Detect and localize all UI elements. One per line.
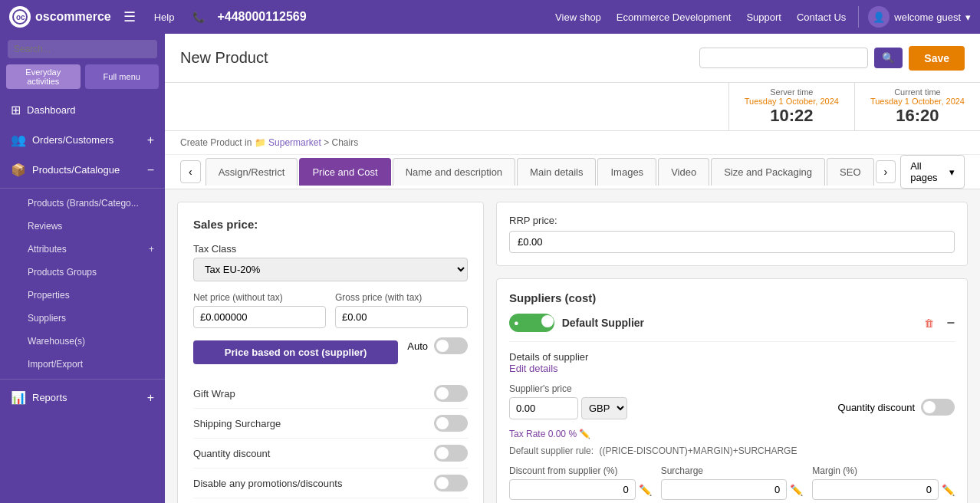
margin-label: Margin (%)	[812, 465, 955, 476]
rrp-input[interactable]	[509, 231, 955, 253]
supplier-price-input[interactable]	[509, 397, 578, 419]
margin-col: Margin (%) ✏️	[812, 465, 955, 500]
discount-col: Discount from supplier (%) ✏️	[509, 465, 652, 500]
breadcrumb-sep: >	[324, 137, 331, 148]
edit-details-link[interactable]: Edit details	[509, 363, 955, 374]
logo[interactable]: oc oscommerce	[9, 6, 111, 28]
qty-discount-toggle[interactable]	[921, 399, 955, 416]
discount-input[interactable]	[509, 479, 636, 500]
reports-plus-icon[interactable]: +	[147, 391, 154, 405]
sidebar-item-import-export[interactable]: Import/Export	[0, 353, 165, 376]
page-title: New Product	[180, 49, 268, 67]
sidebar-item-attributes[interactable]: Attributes +	[0, 238, 165, 261]
time-bar: Server time Tuesday 1 October, 2024 10:2…	[165, 83, 980, 131]
qty-discount-col: Quantity discount	[838, 399, 955, 416]
contact-link[interactable]: Contact Us	[797, 12, 846, 23]
suppliers-heading: Suppliers (cost)	[509, 291, 955, 304]
currency-select[interactable]: GBP	[581, 397, 627, 419]
ecommerce-link[interactable]: Ecommerce Development	[617, 12, 732, 23]
gross-price-input[interactable]	[335, 306, 468, 328]
breadcrumb-cat1[interactable]: Supermarket	[268, 137, 321, 148]
sidebar-item-suppliers[interactable]: Suppliers	[0, 307, 165, 330]
products-icon: 📦	[11, 163, 26, 177]
top-navigation: oc oscommerce ☰ Help 📞 +448000112569 Vie…	[0, 0, 980, 34]
tab-seo[interactable]: SEO	[827, 158, 873, 186]
sidebar-item-label: Dashboard	[27, 104, 76, 116]
phone-icon: 📞	[192, 12, 205, 23]
quantity-discount-toggle[interactable]	[434, 445, 468, 462]
tab-price-cost[interactable]: Price and Cost	[299, 158, 390, 186]
username: welcome guest	[894, 12, 961, 23]
surcharge-col: Surcharge ✏️	[661, 465, 804, 500]
gift-wrap-row: Gift Wrap	[193, 379, 468, 409]
tab-video[interactable]: Video	[658, 158, 709, 186]
user-info[interactable]: 👤 welcome guest ▾	[858, 6, 971, 28]
auto-toggle[interactable]	[434, 337, 468, 354]
tab-assign-restrict[interactable]: Assign/Restrict	[206, 158, 298, 186]
hamburger-icon[interactable]: ☰	[123, 8, 136, 25]
help-link[interactable]: Help	[154, 12, 175, 23]
default-rule-value: ((PRICE-DISCOUNT)+MARGIN)+SURCHARGE	[599, 445, 797, 456]
sidebar-item-warehouses[interactable]: Warehouse(s)	[0, 330, 165, 353]
tab-all-pages[interactable]: All pages ▾	[900, 155, 965, 189]
search-button[interactable]: 🔍	[874, 48, 903, 68]
full-menu-button[interactable]: Full menu	[85, 64, 159, 89]
current-time-label: Current time	[870, 87, 965, 97]
sidebar-item-reports[interactable]: 📊 Reports +	[0, 383, 165, 413]
edit-tax-icon[interactable]: ✏️	[579, 429, 590, 439]
everyday-activities-button[interactable]: Everyday activities	[6, 64, 81, 89]
dashboard-icon: ⊞	[11, 103, 21, 117]
net-price-input[interactable]	[193, 306, 326, 328]
support-link[interactable]: Support	[746, 12, 781, 23]
sidebar-item-orders[interactable]: 👥 Orders/Customers +	[0, 125, 165, 155]
content-area: Sales price: Tax Class Tax EU-20% Tax UK…	[165, 189, 980, 503]
margin-edit-icon[interactable]: ✏️	[942, 484, 955, 496]
cost-button[interactable]: Price based on cost (supplier)	[193, 340, 398, 364]
save-button[interactable]: Save	[909, 46, 965, 71]
margin-input[interactable]	[812, 479, 939, 500]
tax-class-select[interactable]: Tax EU-20% Tax UK-20% No Tax	[193, 258, 468, 281]
sidebar-item-products[interactable]: 📦 Products/Catalogue −	[0, 155, 165, 185]
products-minus-icon[interactable]: −	[147, 163, 154, 177]
tab-prev-button[interactable]: ‹	[180, 160, 201, 183]
tab-main-details[interactable]: Main details	[517, 158, 596, 186]
surcharge-input[interactable]	[661, 479, 788, 500]
tab-images[interactable]: Images	[597, 158, 656, 186]
discount-edit-icon[interactable]: ✏️	[639, 484, 652, 496]
discount-label: Discount from supplier (%)	[509, 465, 652, 476]
auto-toggle-row: Auto	[407, 337, 468, 354]
sidebar-item-properties[interactable]: Properties	[0, 284, 165, 307]
supplier-enabled-toggle[interactable]: ●	[509, 314, 554, 332]
divider	[0, 188, 165, 189]
disable-promotions-toggle[interactable]	[434, 475, 468, 491]
net-price-label: Net price (without tax)	[193, 292, 326, 303]
sidebar-item-dashboard[interactable]: ⊞ Dashboard	[0, 95, 165, 125]
server-time-block: Server time Tuesday 1 October, 2024 10:2…	[728, 83, 854, 130]
net-price-col: Net price (without tax)	[193, 292, 326, 328]
shipping-surcharge-toggle[interactable]	[434, 415, 468, 432]
delete-supplier-icon[interactable]: 🗑	[924, 317, 934, 329]
quick-buttons: Everyday activities Full menu	[0, 64, 165, 95]
sidebar: Everyday activities Full menu ⊞ Dashboar…	[0, 34, 165, 503]
tab-next-button[interactable]: ›	[876, 160, 896, 183]
tab-size-packaging[interactable]: Size and Packaging	[711, 158, 825, 186]
server-time-label: Server time	[745, 87, 839, 97]
collapse-supplier-icon[interactable]: −	[946, 315, 955, 331]
gift-wrap-toggle[interactable]	[434, 385, 468, 402]
tabs-bar: ‹ Assign/Restrict Price and Cost Name an…	[165, 155, 980, 189]
tab-name-desc[interactable]: Name and description	[393, 158, 515, 186]
surcharge-edit-icon[interactable]: ✏️	[790, 484, 803, 496]
breadcrumb-prefix: Create Product in	[180, 137, 252, 148]
current-time-block: Current time Tuesday 1 October, 2024 16:…	[854, 83, 980, 130]
search-input[interactable]	[8, 40, 157, 58]
sidebar-item-reviews[interactable]: Reviews	[0, 215, 165, 238]
time-info: Server time Tuesday 1 October, 2024 10:2…	[728, 83, 980, 130]
orders-plus-icon[interactable]: +	[147, 133, 154, 147]
product-search-input[interactable]	[699, 48, 868, 68]
right-panel: RRP price: Suppliers (cost) ●	[496, 202, 968, 503]
view-shop-link[interactable]: View shop	[555, 12, 601, 23]
attributes-plus-icon[interactable]: +	[149, 244, 154, 255]
supplier-header: ● Default Supplier 🗑 −	[509, 314, 955, 342]
sidebar-item-brands[interactable]: Products (Brands/Catego...	[0, 192, 165, 215]
sidebar-item-groups[interactable]: Products Groups	[0, 261, 165, 284]
